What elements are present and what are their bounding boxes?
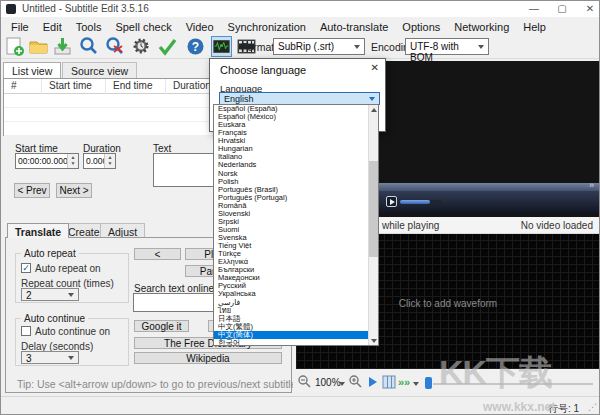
speed-dropdown-icon[interactable] bbox=[413, 382, 419, 386]
language-option[interactable]: Português (Brasil) bbox=[214, 186, 369, 194]
language-option[interactable]: 中文(繁體) bbox=[214, 323, 369, 331]
waveform-play-icon[interactable] bbox=[369, 377, 377, 387]
tab-list-view[interactable]: List view bbox=[3, 62, 61, 78]
dialog-close-icon[interactable]: ✕ bbox=[371, 62, 379, 73]
line-number-status: 行号: 1 bbox=[548, 402, 579, 415]
new-file-icon[interactable] bbox=[4, 36, 25, 57]
language-option[interactable]: Srpski bbox=[214, 218, 369, 226]
column-header[interactable]: Start time bbox=[42, 79, 106, 94]
language-option[interactable]: Polish bbox=[214, 178, 369, 186]
help-icon[interactable]: ? bbox=[185, 36, 206, 57]
zoom-out-icon[interactable] bbox=[297, 374, 312, 389]
column-header[interactable]: # bbox=[4, 79, 42, 94]
language-option[interactable]: Euskara bbox=[214, 121, 369, 129]
scroll-down-icon[interactable] bbox=[369, 336, 379, 345]
find-icon[interactable] bbox=[78, 36, 99, 57]
language-option[interactable]: Français bbox=[214, 129, 369, 137]
language-option[interactable]: Македонски bbox=[214, 274, 369, 282]
close-button[interactable]: ✕ bbox=[579, 1, 600, 16]
language-option[interactable]: Italiano bbox=[214, 153, 369, 161]
menu-item[interactable]: Video bbox=[179, 19, 221, 33]
app-window: Untitled - Subtitle Edit 3.5.16 — ▢ ✕ Fi… bbox=[0, 0, 600, 415]
language-option[interactable]: Slovenski bbox=[214, 210, 369, 218]
language-option[interactable]: Svenska bbox=[214, 234, 369, 242]
tab-translate[interactable]: Translate bbox=[7, 223, 69, 238]
zoom-in-icon[interactable] bbox=[348, 374, 363, 389]
encoding-combobox[interactable]: UTF-8 with BOM bbox=[405, 38, 489, 55]
language-option[interactable]: Română bbox=[214, 202, 369, 210]
repeat-count-combobox[interactable]: 2 bbox=[21, 288, 79, 301]
chevron-down-icon bbox=[68, 293, 74, 297]
save-icon[interactable] bbox=[52, 36, 73, 57]
language-option[interactable]: Hrvatski bbox=[214, 137, 369, 145]
language-option[interactable]: Tiếng Việt bbox=[214, 242, 369, 250]
spinner-arrows-icon[interactable]: ▲▼ bbox=[67, 154, 78, 168]
next-button[interactable]: Next > bbox=[56, 183, 92, 198]
minimize-button[interactable]: — bbox=[523, 1, 545, 16]
language-option[interactable]: Hungarian bbox=[214, 145, 369, 153]
zoom-dropdown-icon[interactable] bbox=[339, 382, 345, 386]
language-option[interactable]: Español (España) bbox=[214, 105, 369, 113]
menu-item[interactable]: Auto-translate bbox=[313, 19, 395, 33]
back-button[interactable]: < bbox=[134, 248, 181, 260]
resize-grip-icon[interactable]: ⋰ bbox=[588, 402, 597, 412]
language-option[interactable]: Русский bbox=[214, 282, 369, 290]
language-option[interactable]: Norsk bbox=[214, 170, 369, 178]
tab-source-view[interactable]: Source view bbox=[62, 62, 137, 78]
language-option[interactable]: Português (Portugal) bbox=[214, 194, 369, 202]
spinner-arrows-icon[interactable]: ▲▼ bbox=[104, 154, 115, 168]
repeat-count-value: 2 bbox=[26, 290, 32, 301]
language-option[interactable]: ไทย bbox=[214, 307, 369, 315]
delay-combobox[interactable]: 3 bbox=[21, 351, 79, 364]
spell-check-icon[interactable] bbox=[157, 36, 178, 57]
volume-slider-track[interactable] bbox=[430, 200, 442, 204]
language-option[interactable]: Nederlands bbox=[214, 161, 369, 169]
chevron-down-icon bbox=[68, 356, 74, 360]
format-combobox[interactable]: SubRip (.srt) bbox=[273, 38, 365, 55]
auto-continue-checkbox[interactable] bbox=[21, 326, 31, 336]
language-option[interactable]: فارسي bbox=[214, 299, 369, 307]
menu-item[interactable]: Help bbox=[516, 19, 553, 33]
tip-text: Tip: Use <alt+arrow up/down> to go to pr… bbox=[17, 378, 296, 390]
auto-repeat-checkbox[interactable]: ✓ bbox=[21, 263, 31, 273]
grid-view-icon[interactable] bbox=[382, 375, 396, 389]
menu-item[interactable]: Options bbox=[395, 19, 447, 33]
waveform-zoom-value: 100% bbox=[315, 377, 341, 388]
menu-item[interactable]: Spell check bbox=[108, 19, 178, 33]
maximize-button[interactable]: ▢ bbox=[551, 1, 573, 16]
language-option[interactable]: Türkçe bbox=[214, 250, 369, 258]
position-slider-thumb[interactable] bbox=[425, 377, 432, 389]
scroll-up-icon[interactable] bbox=[369, 105, 379, 114]
play-icon[interactable] bbox=[386, 196, 397, 207]
position-slider-track[interactable] bbox=[433, 383, 593, 385]
menu-item[interactable]: File bbox=[4, 19, 36, 33]
language-option[interactable]: 日本語 bbox=[214, 315, 369, 323]
settings-icon[interactable] bbox=[131, 36, 152, 57]
language-option[interactable]: Español (México) bbox=[214, 113, 369, 121]
playback-speed-icon[interactable]: »» bbox=[398, 376, 410, 388]
language-option[interactable]: Suomi bbox=[214, 226, 369, 234]
fast-forward-icon[interactable]: » bbox=[589, 180, 594, 190]
tab-adjust[interactable]: Adjust bbox=[100, 223, 145, 238]
column-header[interactable]: End time bbox=[106, 79, 166, 94]
start-time-spinner[interactable]: 00:00:00.000▲▼ bbox=[15, 153, 79, 169]
language-option[interactable]: Ελληνικά bbox=[214, 258, 369, 266]
menu-item[interactable]: Networking bbox=[447, 19, 516, 33]
language-option[interactable]: Български bbox=[214, 266, 369, 274]
volume-slider[interactable] bbox=[400, 200, 430, 204]
prev-button[interactable]: < Prev bbox=[14, 183, 50, 198]
language-option[interactable]: 中文(简体) bbox=[214, 331, 369, 339]
google-it-button[interactable]: Google it bbox=[134, 320, 189, 332]
language-option[interactable]: 한국어 bbox=[214, 339, 369, 346]
open-folder-icon[interactable] bbox=[28, 36, 49, 57]
menu-item[interactable]: Edit bbox=[36, 19, 69, 33]
language-option[interactable]: Українська bbox=[214, 290, 369, 298]
scrollbar-thumb[interactable] bbox=[369, 161, 379, 257]
dropdown-scrollbar[interactable] bbox=[368, 105, 378, 345]
replace-icon[interactable] bbox=[104, 36, 125, 57]
waveform-toggle-icon[interactable] bbox=[211, 36, 232, 57]
wikipedia-button[interactable]: Wikipedia bbox=[134, 352, 282, 364]
menu-item[interactable]: Tools bbox=[69, 19, 109, 33]
duration-spinner[interactable]: 0.000▲▼ bbox=[83, 153, 116, 169]
menu-item[interactable]: Synchronization bbox=[221, 19, 313, 33]
